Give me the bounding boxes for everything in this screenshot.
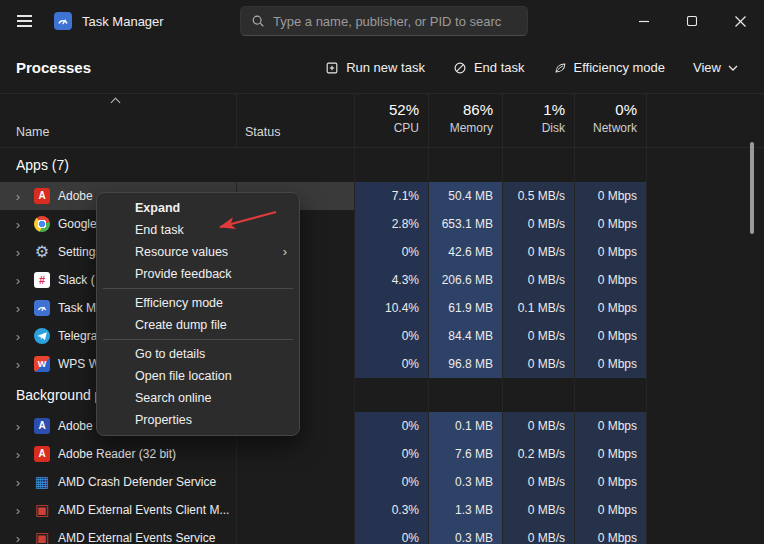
- memory-total-percent: 86%: [463, 101, 493, 118]
- disk-value: 0 MB/s: [502, 266, 574, 294]
- search-input[interactable]: [273, 14, 517, 29]
- process-name-cell: › ▣ AMD External Events Client M...: [0, 496, 236, 524]
- menu-item-provide-feedback[interactable]: Provide feedback: [97, 263, 299, 285]
- expand-chevron-icon[interactable]: ›: [10, 531, 26, 544]
- expand-chevron-icon[interactable]: ›: [10, 419, 26, 434]
- amd-events-service-icon: ▣: [34, 530, 50, 544]
- disk-value: 0 MB/s: [502, 496, 574, 524]
- network-value: 0 Mbps: [574, 412, 646, 440]
- row-filler: [646, 440, 764, 468]
- row-filler: [646, 238, 764, 266]
- expand-chevron-icon[interactable]: ›: [10, 475, 26, 490]
- expand-chevron-icon[interactable]: ›: [10, 245, 26, 260]
- menu-item-open-file-location[interactable]: Open file location: [97, 365, 299, 387]
- menu-item-go-to-details[interactable]: Go to details: [97, 343, 299, 365]
- column-header-memory[interactable]: 86% Memory: [428, 94, 502, 147]
- menu-item-create-dump-file[interactable]: Create dump file: [97, 314, 299, 336]
- column-header-name[interactable]: Name: [0, 94, 236, 147]
- section-header-apps[interactable]: Apps (7): [0, 148, 764, 182]
- telegram-icon: [34, 328, 50, 344]
- memory-value: 0.3 MB: [428, 524, 502, 544]
- table-header: Name Status 52% CPU 86% Memory 1% Disk 0…: [0, 94, 764, 148]
- efficiency-mode-label: Efficiency mode: [574, 60, 666, 75]
- disk-value: 0 MB/s: [502, 210, 574, 238]
- run-new-task-button[interactable]: Run new task: [315, 53, 435, 82]
- settings-gear-icon: ⚙: [34, 244, 50, 260]
- column-header-disk[interactable]: 1% Disk: [502, 94, 574, 147]
- expand-chevron-icon[interactable]: ›: [10, 273, 26, 288]
- network-value: 0 Mbps: [574, 440, 646, 468]
- cpu-value: 0%: [354, 350, 428, 378]
- row-filler: [646, 294, 764, 322]
- menu-item-properties[interactable]: Properties: [97, 409, 299, 431]
- process-row-adobe-reader[interactable]: › A Adobe Reader (32 bit) 0% 7.6 MB 0.2 …: [0, 440, 764, 468]
- expand-chevron-icon[interactable]: ›: [10, 447, 26, 462]
- expand-chevron-icon[interactable]: ›: [10, 189, 26, 204]
- efficiency-mode-button[interactable]: Efficiency mode: [543, 53, 676, 82]
- hamburger-menu-icon[interactable]: [4, 0, 44, 42]
- memory-value: 96.8 MB: [428, 350, 502, 378]
- expand-chevron-icon[interactable]: ›: [10, 503, 26, 518]
- process-row-amd-crash-defender[interactable]: › ▦ AMD Crash Defender Service 0% 0.3 MB…: [0, 468, 764, 496]
- toolbar-buttons: Run new task End task Efficiency mode Vi…: [315, 53, 748, 82]
- name-column-label: Name: [16, 125, 49, 139]
- status-column-label: Status: [245, 125, 280, 139]
- network-value: 0 Mbps: [574, 294, 646, 322]
- memory-value: 0.3 MB: [428, 468, 502, 496]
- vertical-scrollbar-thumb[interactable]: [750, 142, 754, 234]
- sort-ascending-icon: [111, 98, 121, 108]
- expand-chevron-icon[interactable]: ›: [10, 357, 26, 372]
- process-name-cell: › ▣ AMD External Events Service: [0, 524, 236, 544]
- row-filler: [646, 496, 764, 524]
- process-name-cell: › ▦ AMD Crash Defender Service: [0, 468, 236, 496]
- process-name: Adobe: [58, 189, 93, 203]
- cpu-value: 2.8%: [354, 210, 428, 238]
- view-label: View: [693, 60, 721, 75]
- process-row-amd-events-service[interactable]: › ▣ AMD External Events Service 0% 0.3 M…: [0, 524, 764, 544]
- maximize-button[interactable]: [668, 0, 716, 42]
- minimize-button[interactable]: [620, 0, 668, 42]
- network-value: 0 Mbps: [574, 182, 646, 210]
- section-filler: [646, 378, 764, 412]
- column-header-cpu[interactable]: 52% CPU: [354, 94, 428, 147]
- menu-separator: [103, 288, 293, 289]
- section-filler: [502, 378, 574, 412]
- expand-chevron-icon[interactable]: ›: [10, 301, 26, 316]
- section-filler: [646, 148, 764, 182]
- cpu-value: 0%: [354, 524, 428, 544]
- close-button[interactable]: [716, 0, 764, 42]
- view-button[interactable]: View: [683, 53, 748, 82]
- menu-item-expand[interactable]: Expand: [97, 197, 299, 219]
- row-filler: [646, 468, 764, 496]
- disk-value: 0 MB/s: [502, 412, 574, 440]
- process-name-cell: › A Adobe Reader (32 bit): [0, 440, 236, 468]
- disk-value: 0 MB/s: [502, 322, 574, 350]
- search-box[interactable]: [240, 6, 528, 36]
- adobe-reader-icon: A: [34, 188, 50, 204]
- process-name: Adobe: [58, 419, 93, 433]
- menu-separator: [103, 339, 293, 340]
- end-task-button[interactable]: End task: [443, 53, 535, 82]
- disk-column-label: Disk: [542, 121, 565, 135]
- slack-icon: #: [34, 272, 50, 288]
- memory-value: 0.1 MB: [428, 412, 502, 440]
- memory-value: 653.1 MB: [428, 210, 502, 238]
- menu-item-end-task[interactable]: End task: [97, 219, 299, 241]
- app-identity: Task Manager: [54, 12, 164, 30]
- title-bar: Task Manager: [0, 0, 764, 42]
- process-row-amd-events-client[interactable]: › ▣ AMD External Events Client M... 0.3%…: [0, 496, 764, 524]
- disk-value: 0.2 MB/s: [502, 440, 574, 468]
- menu-item-search-online[interactable]: Search online: [97, 387, 299, 409]
- column-header-network[interactable]: 0% Network: [574, 94, 646, 147]
- expand-chevron-icon[interactable]: ›: [10, 217, 26, 232]
- section-filler: [428, 148, 502, 182]
- process-name: AMD External Events Client M...: [58, 503, 229, 517]
- expand-chevron-icon[interactable]: ›: [10, 329, 26, 344]
- status-cell: [236, 524, 354, 544]
- menu-item-resource-values[interactable]: Resource values ›: [97, 241, 299, 263]
- menu-item-efficiency-mode[interactable]: Efficiency mode: [97, 292, 299, 314]
- network-value: 0 Mbps: [574, 322, 646, 350]
- column-header-status[interactable]: Status: [236, 94, 354, 147]
- window-title: Task Manager: [82, 14, 164, 29]
- memory-value: 206.6 MB: [428, 266, 502, 294]
